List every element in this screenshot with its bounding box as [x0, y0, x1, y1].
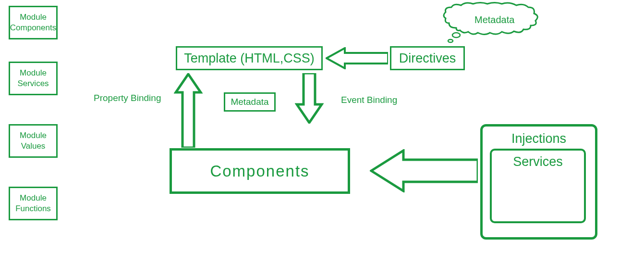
module-label: Values: [21, 141, 46, 151]
module-values-box: Module Values: [9, 124, 58, 158]
module-label: Module: [20, 193, 47, 203]
svg-point-0: [452, 33, 460, 38]
property-binding-label: Property Binding: [94, 93, 161, 103]
module-services-box: Module Services: [9, 62, 58, 95]
svg-point-1: [448, 39, 453, 42]
metadata-cloud-label: Metadata: [474, 14, 514, 25]
injections-box: Injections Services: [480, 124, 597, 240]
module-label: Components: [10, 23, 56, 32]
module-components-box: Module Components: [9, 6, 58, 39]
arrow-injections-to-components: [370, 149, 478, 192]
template-box: Template (HTML,CSS): [176, 46, 323, 70]
arrow-directives-to-template: [326, 47, 388, 69]
metadata-box-label: Metadata: [231, 97, 268, 107]
services-label: Services: [513, 154, 563, 169]
module-label: Module: [20, 13, 47, 22]
components-box: Components: [170, 148, 350, 194]
template-label: Template (HTML,CSS): [184, 51, 315, 66]
components-label: Components: [210, 162, 309, 180]
module-functions-box: Module Functions: [9, 187, 58, 220]
injections-label: Injections: [511, 131, 566, 146]
module-label: Services: [17, 79, 49, 88]
directives-box: Directives: [390, 46, 465, 70]
metadata-box: Metadata: [224, 92, 276, 112]
arrow-up-property-binding: [174, 73, 203, 148]
module-label: Module: [20, 131, 47, 140]
event-binding-label: Event Binding: [341, 95, 397, 105]
services-box: Services: [490, 149, 586, 223]
directives-label: Directives: [399, 51, 456, 66]
module-label: Functions: [15, 204, 51, 213]
module-label: Module: [20, 68, 47, 77]
arrow-down-event-binding: [295, 73, 324, 124]
